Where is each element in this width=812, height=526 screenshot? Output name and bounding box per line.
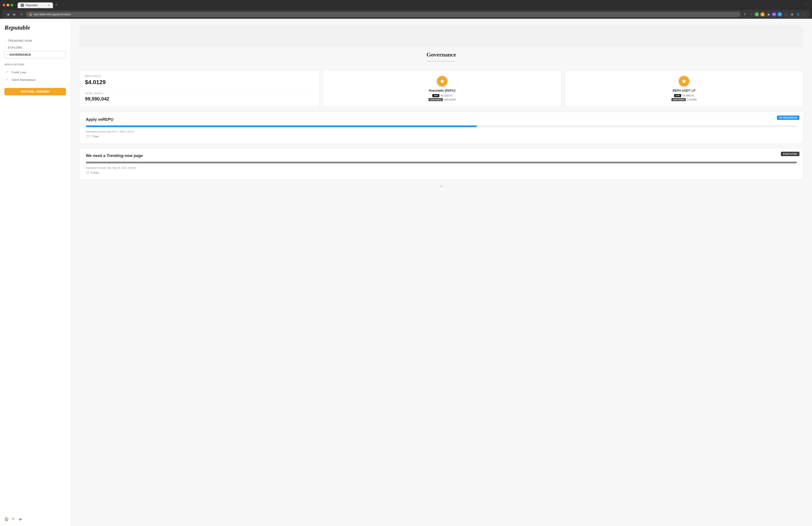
toolbar-icons: ⬆ ☆ ● ◆ ◀ M K ⬛ ▣ 👤 ⋮ [742, 12, 807, 17]
arrow-icon: ↗ [5, 70, 9, 74]
profile-icon[interactable]: 👤 [796, 12, 800, 17]
app-label-credit-loan: Credit Loan [12, 71, 26, 74]
sidebar-item-credit-loan[interactable]: ↗ Credit Loan [4, 69, 66, 76]
token2-name: REPU-USDT LP [672, 89, 695, 92]
sidebar-item-talent-marketplace[interactable]: ↗ Talent Marketplace [4, 76, 66, 84]
repu-price-card: REPU PRICE $4.0129 TOTAL SUPPLY 99,590,0… [79, 70, 319, 106]
repu-price-value: $4.0129 [85, 79, 314, 86]
bookmark-icon[interactable]: ☆ [749, 12, 753, 17]
url-text: repu-table.web.app/governance [33, 13, 71, 16]
token1-apr-badge: APR [432, 94, 439, 97]
github-icon[interactable]: ⚙ [12, 517, 17, 522]
clock-icon-1: 🕐 [86, 135, 89, 138]
page-title: Governance [79, 52, 803, 58]
tab-favicon: R [21, 4, 24, 7]
progress-bar-container-2 [86, 162, 797, 164]
sidebar-item-label-trending: TRENDING NOW [8, 39, 32, 42]
address-bar[interactable]: 🔒 repu-table.web.app/governance [26, 12, 740, 17]
token1-name: Reputable (REPU) [429, 89, 455, 92]
total-supply-value: 99,590,042 [85, 96, 314, 102]
puzzle-icon[interactable]: ⬛ [783, 12, 788, 17]
token1-apr-value: 40.3222 % [441, 94, 452, 97]
chevron-icon: › [5, 40, 6, 42]
token1-apr-row: APR 40.3222 % [432, 94, 452, 97]
page-title-section: Governance 〰〰〰〰〰〰 [79, 52, 803, 64]
forward-button[interactable]: ▶ [12, 12, 17, 17]
sidebar-footer: 🏠 ⚙ ▶ [4, 508, 66, 522]
apps-section-label: APPLICATIONS [4, 63, 66, 66]
proposal-estimated-end-1: Estimated end time Sat, Oct 1, 2022, 1:4… [86, 130, 797, 133]
sidebar-item-governance[interactable]: › GOVERNANCE [4, 51, 66, 58]
tab-title: Reputable [26, 4, 38, 7]
proposal-card-apply-verepu[interactable]: IN PROGRESS Apply veREPU Estimated end t… [79, 112, 803, 144]
window-icon[interactable]: ▣ [789, 12, 794, 17]
ext-icon-2[interactable]: ◆ [760, 12, 765, 17]
token2-apr-row: APR 66.4983 % [674, 94, 694, 97]
menu-icon[interactable]: ⋮ [802, 12, 807, 17]
progress-bar-fill-1 [86, 125, 477, 127]
token2-icon [678, 75, 690, 87]
app-logo: Reputable [4, 24, 66, 31]
title-decoration: 〰〰〰〰〰〰 [79, 59, 803, 64]
ext-icon-5[interactable]: K [778, 12, 782, 17]
browser-tab-reputable[interactable]: R Reputable ✕ [18, 2, 53, 8]
proposal-title-1: Apply veREPU [86, 117, 797, 122]
total-supply-label: TOTAL SUPPLY [85, 92, 314, 95]
proposal-duration-2: 🕐 0 Days [86, 171, 797, 174]
minimize-button[interactable] [6, 4, 9, 6]
app-label-talent-marketplace: Talent Marketplace [12, 78, 35, 82]
proposal-title-2: We need a Trending-now page [86, 154, 797, 158]
tab-bar: R Reputable ✕ + [18, 2, 59, 8]
sidebar-item-trending[interactable]: › TRENDING NOW [4, 37, 66, 44]
titlebar: R Reputable ✕ + ⌃ [3, 2, 809, 8]
token2-staked-badge: Total Staked [671, 98, 686, 101]
back-button[interactable]: ◀ [5, 12, 10, 17]
apps-section: APPLICATIONS ↗ Credit Loan ↗ Talent Mark… [4, 63, 66, 84]
traffic-lights [3, 4, 13, 6]
ext-icon-1[interactable]: ● [755, 12, 759, 17]
token1-staked-value: 433.6232K [444, 98, 456, 101]
token2-staked-row: Total Staked 2.6228M [671, 98, 697, 101]
token1-staked-badge: Total Staked [429, 98, 443, 101]
browser-chrome: R Reputable ✕ + ⌃ ◀ ▶ ↻ 🔒 repu-table.web… [0, 0, 812, 19]
app-container: Reputable › TRENDING NOW › EXPLORE › GOV… [0, 19, 812, 526]
clock-icon-2: 🕐 [86, 171, 89, 174]
browser-toolbar: ◀ ▶ ↻ 🔒 repu-table.web.app/governance ⬆ … [3, 10, 809, 19]
arrow-icon-2: ↗ [5, 78, 9, 82]
share-icon[interactable]: ⬆ [742, 12, 747, 17]
nav-section: › TRENDING NOW › EXPLORE › GOVERNANCE [4, 37, 66, 58]
duration-text-2: 0 Days [91, 171, 99, 174]
pagination [79, 184, 803, 188]
sidebar-item-label-explore: EXPLORE [8, 46, 22, 49]
token2-staked-value: 2.6228M [687, 98, 697, 101]
home-icon[interactable]: 🏠 [4, 517, 9, 522]
wallet-button[interactable]: 0XCF1396....933E4D8A [4, 88, 66, 95]
token1-staked-row: Total Staked 433.6232K [429, 98, 456, 101]
refresh-button[interactable]: ↻ [19, 12, 24, 17]
youtube-icon[interactable]: ▶ [19, 517, 24, 522]
proposal-card-trending-now[interactable]: EXECUTED We need a Trending-now page Est… [79, 148, 803, 180]
bg-panel-2 [79, 37, 803, 47]
token1-icon [436, 75, 448, 87]
close-button[interactable] [3, 4, 5, 6]
tab-close-icon[interactable]: ✕ [48, 4, 50, 7]
new-tab-button[interactable]: + [54, 2, 59, 8]
chevron-icon: › [7, 54, 8, 56]
main-content: Governance 〰〰〰〰〰〰 REPU PRICE $4.0129 TOT… [71, 19, 812, 526]
chevron-icon: › [5, 46, 6, 49]
bg-panel-1 [79, 25, 803, 36]
sidebar-item-explore[interactable]: › EXPLORE [4, 44, 66, 51]
proposal-status-in-progress: IN PROGRESS [777, 115, 799, 120]
proposal-status-executed: EXECUTED [781, 152, 799, 156]
maximize-button[interactable] [11, 4, 13, 6]
duration-text-1: 7 Days [91, 135, 99, 138]
ext-icon-3[interactable]: ◀ [766, 12, 770, 17]
progress-bar-fill-2 [86, 162, 797, 164]
lock-icon: 🔒 [29, 13, 32, 16]
sidebar: Reputable › TRENDING NOW › EXPLORE › GOV… [0, 19, 71, 526]
pagination-dot [440, 185, 442, 187]
stats-row: REPU PRICE $4.0129 TOTAL SUPPLY 99,590,0… [79, 70, 803, 106]
ext-icon-4[interactable]: M [772, 12, 776, 17]
proposal-duration-1: 🕐 7 Days [86, 135, 797, 138]
window-controls: ⌃ [806, 3, 809, 6]
